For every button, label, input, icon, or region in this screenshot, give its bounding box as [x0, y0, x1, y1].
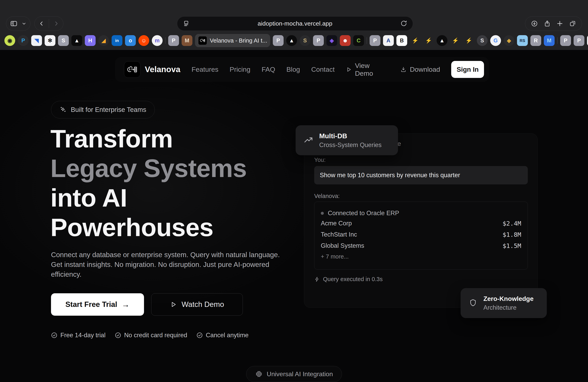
sidebar-dropdown-button[interactable] — [21, 21, 26, 26]
tab-overview-button[interactable] — [569, 20, 576, 27]
bookmark-favicon-openai[interactable]: ✻ — [45, 35, 55, 46]
bookmark-favicon-google[interactable]: G — [490, 35, 501, 46]
heading-line-2: Legacy Systems — [50, 153, 247, 183]
start-free-trial-button[interactable]: Start Free Trial → — [51, 293, 144, 316]
query-time-row: Query executed in 0.3s — [314, 276, 383, 283]
bookmark-favicon-paypal[interactable]: P — [18, 35, 29, 46]
bookmark-favicon-vercel[interactable]: ▲ — [437, 35, 447, 46]
checklist-label: Cancel anytime — [206, 332, 249, 339]
chat-query-text: Show me top 10 customers by revenue this… — [320, 172, 460, 179]
bookmark-favicon-s-gold[interactable]: S — [300, 35, 310, 46]
safari-window: aidoption-mocha.vercel.app — [0, 0, 588, 382]
bookmark-favicon-linkedin[interactable]: in — [112, 35, 122, 46]
bookmark-favicon-s-gray-app[interactable]: S — [58, 35, 69, 46]
sidebar-toggle-button[interactable] — [10, 20, 18, 27]
bookmark-favicon-db-app[interactable]: B — [396, 35, 407, 46]
nav-link-contact[interactable]: Contact — [311, 66, 335, 73]
bookmark-favicon-p-gray[interactable]: P — [168, 35, 179, 46]
bookmark-favicon-gmr[interactable]: GMR — [587, 35, 588, 46]
bookmark-favicon-p-gray[interactable]: P — [560, 35, 571, 46]
bookmark-favicon-vercel[interactable]: ▲ — [71, 35, 82, 46]
watch-demo-button[interactable]: Watch Demo — [151, 293, 243, 316]
bookmark-favicon-analytics[interactable]: ◢ — [98, 35, 109, 46]
download-button[interactable]: Download — [400, 66, 440, 73]
bookmark-favicon-vite-bolt[interactable]: ⚡ — [450, 35, 461, 46]
bookmark-favicon-mud-art[interactable]: M — [182, 35, 192, 46]
url-text[interactable]: aidoption-mocha.vercel.app — [195, 20, 395, 27]
bookmark-favicon-parrot[interactable]: ◉ — [4, 35, 15, 46]
customer-revenue: $1.5M — [503, 242, 521, 249]
page-format-button[interactable] — [177, 20, 195, 27]
nav-link-blog[interactable]: Blog — [286, 66, 300, 73]
checklist-item-cancel: Cancel anytime — [196, 332, 249, 339]
favorites-left-group: ◉P◥✻S▲H◢ino☺mPM — [4, 35, 192, 46]
watch-demo-label: Watch Demo — [182, 300, 224, 309]
downloads-button[interactable] — [531, 20, 538, 27]
share-button[interactable] — [544, 20, 551, 27]
table-row: Global Systems $1.5M — [321, 240, 521, 251]
bookmark-favicon-chakri[interactable]: C — [353, 35, 364, 46]
back-button[interactable] — [39, 20, 45, 27]
table-row: Acme Corp $2.4M — [321, 218, 521, 229]
bookmark-favicon-gold-emblem[interactable]: ◆ — [504, 35, 514, 46]
check-circle-icon — [115, 332, 121, 339]
tab-title: Velanova - Bring AI t... — [210, 37, 267, 44]
address-bar[interactable]: aidoption-mocha.vercel.app — [177, 16, 413, 31]
nav-link-features[interactable]: Features — [192, 66, 218, 73]
bookmark-favicon-vite-bolt[interactable]: ⚡ — [463, 35, 474, 46]
nav-link-pricing[interactable]: Pricing — [230, 66, 251, 73]
bookmark-favicon-h-purple-app[interactable]: H — [85, 35, 96, 46]
query-time-label: Query executed in 0.3s — [323, 276, 383, 283]
reload-icon — [400, 20, 407, 27]
bookmark-favicon-rs-blue[interactable]: RS — [517, 35, 528, 46]
bookmark-favicon-vite-bolt[interactable]: ⚡ — [410, 35, 420, 46]
plus-icon — [556, 20, 563, 27]
download-label: Download — [410, 66, 440, 73]
bookmark-favicon-outlook[interactable]: o — [125, 35, 136, 46]
sparkles-icon — [60, 106, 67, 113]
view-demo-button[interactable]: View Demo — [346, 62, 389, 77]
check-circle-icon — [196, 332, 203, 339]
start-free-trial-label: Start Free Trial — [65, 300, 117, 309]
bookmark-favicon-p-gray[interactable]: P — [313, 35, 324, 46]
bookmark-favicon-vite-bolt[interactable]: ⚡ — [423, 35, 434, 46]
tab-favicon — [198, 36, 207, 45]
bookmark-favicon-p-gray[interactable]: P — [273, 35, 284, 46]
more-results-label: + 7 more... — [321, 251, 521, 262]
chevron-left-icon — [39, 20, 45, 27]
multi-db-card: Multi-DB Cross-System Queries — [295, 125, 398, 155]
bookmark-favicon-reddit[interactable]: ☺ — [138, 35, 149, 46]
trial-checklist: Free 14-day trial No credit card require… — [51, 332, 249, 339]
chat-query-input[interactable]: Show me top 10 customers by revenue this… — [314, 166, 528, 184]
active-tab[interactable]: Velanova - Bring AI t... — [195, 34, 270, 47]
forward-button[interactable] — [53, 20, 59, 27]
view-demo-label: View Demo — [355, 62, 389, 77]
bookmark-favicon-p-gray[interactable]: P — [574, 35, 584, 46]
cpu-chip-icon — [255, 370, 263, 378]
bookmark-favicon-shield-app[interactable]: ◈ — [326, 35, 337, 46]
hero-badge: Built for Enterprise Teams — [51, 101, 155, 118]
nav-link-faq[interactable]: FAQ — [262, 66, 275, 73]
sign-in-button[interactable]: Sign In — [451, 61, 484, 78]
brand-name[interactable]: Velanova — [145, 65, 180, 74]
bookmark-favicon-mascot-red[interactable]: ☻ — [340, 35, 351, 46]
status-dot — [321, 212, 324, 215]
multi-db-title: Multi-DB — [319, 132, 382, 140]
bookmark-favicon-r-gray[interactable]: R — [530, 35, 541, 46]
download-circle-icon — [531, 20, 538, 27]
reload-button[interactable] — [395, 20, 413, 27]
velanova-logo[interactable] — [124, 61, 140, 78]
bookmark-favicon-p-gray[interactable]: P — [370, 35, 380, 46]
new-tab-button[interactable] — [556, 20, 563, 27]
bookmark-favicon-artwala[interactable]: A — [383, 35, 394, 46]
bookmark-favicon-sccm[interactable]: S — [477, 35, 488, 46]
play-icon — [170, 301, 177, 308]
bookmark-favicon-mastodon[interactable]: m — [152, 35, 163, 46]
bookmark-favicon-vercel[interactable]: ▲ — [286, 35, 297, 46]
checklist-label: No credit card required — [124, 332, 187, 339]
bookmark-favicon-arrow-app[interactable]: ◥ — [31, 35, 42, 46]
bookmark-favicon-blue-gradient[interactable]: M — [544, 35, 555, 46]
hero-badge-label: Built for Enterprise Teams — [71, 106, 146, 114]
velanova-logo-icon — [200, 38, 206, 43]
connection-status: Connected to Oracle ERP — [321, 209, 521, 218]
